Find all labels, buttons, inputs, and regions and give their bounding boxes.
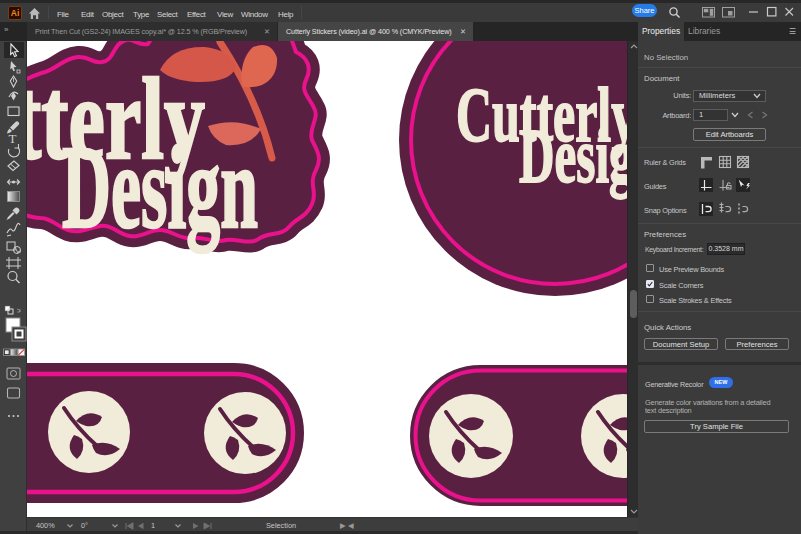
svg-text:Design: Design	[62, 121, 258, 252]
svg-text:T: T	[9, 131, 17, 146]
svg-text:Design: Design	[519, 113, 627, 199]
